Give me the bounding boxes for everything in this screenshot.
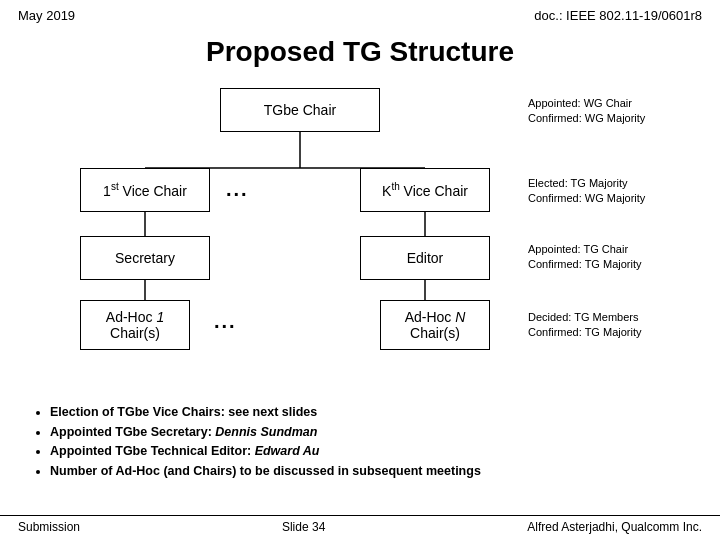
bullet-items: Election of TGbe Vice Chairs: see next s… xyxy=(30,404,690,480)
annot-adhoc-line1: Decided: TG Members xyxy=(528,310,698,325)
adhoc1-label: Ad-Hoc 1Chair(s) xyxy=(106,309,164,341)
header-date: May 2019 xyxy=(18,8,75,23)
annot-tgbe-line1: Appointed: WG Chair xyxy=(528,96,698,111)
bullet-3: Appointed TGbe Technical Editor: Edward … xyxy=(50,443,690,461)
bullet-2: Appointed TGbe Secretary: Dennis Sundman xyxy=(50,424,690,442)
bullet-list: Election of TGbe Vice Chairs: see next s… xyxy=(30,404,690,482)
adhoc-dots: ... xyxy=(214,310,237,333)
vice-dots: ... xyxy=(226,178,249,201)
annot-secretary: Appointed: TG Chair Confirmed: TG Majori… xyxy=(528,242,698,273)
vice1-box: 1st Vice Chair xyxy=(80,168,210,212)
adhocn-label: Ad-Hoc NChair(s) xyxy=(405,309,466,341)
editor-box: Editor xyxy=(360,236,490,280)
page-title: Proposed TG Structure xyxy=(0,32,720,68)
adhoc1-box: Ad-Hoc 1Chair(s) xyxy=(80,300,190,350)
annot-secretary-line1: Appointed: TG Chair xyxy=(528,242,698,257)
diagram-area: TGbe Chair Appointed: WG Chair Confirmed… xyxy=(20,78,700,358)
editor-label: Editor xyxy=(407,250,444,266)
footer-center: Slide 34 xyxy=(282,520,325,534)
vicek-box: Kth Vice Chair xyxy=(360,168,490,212)
footer: Submission Slide 34 Alfred Asterjadhi, Q… xyxy=(0,515,720,534)
annot-tgbe: Appointed: WG Chair Confirmed: WG Majori… xyxy=(528,96,698,127)
secretary-label: Secretary xyxy=(115,250,175,266)
annot-tgbe-line2: Confirmed: WG Majority xyxy=(528,111,698,126)
header-doc: doc.: IEEE 802.11-19/0601r8 xyxy=(534,8,702,23)
vicek-label: Kth Vice Chair xyxy=(382,181,468,199)
annot-vice-line1: Elected: TG Majority xyxy=(528,176,698,191)
annot-secretary-line2: Confirmed: TG Majority xyxy=(528,257,698,272)
footer-right: Alfred Asterjadhi, Qualcomm Inc. xyxy=(527,520,702,534)
bullet-1: Election of TGbe Vice Chairs: see next s… xyxy=(50,404,690,422)
annot-vice: Elected: TG Majority Confirmed: WG Major… xyxy=(528,176,698,207)
tgbe-chair-label: TGbe Chair xyxy=(264,102,336,118)
tgbe-chair-box: TGbe Chair xyxy=(220,88,380,132)
annot-adhoc: Decided: TG Members Confirmed: TG Majori… xyxy=(528,310,698,341)
secretary-box: Secretary xyxy=(80,236,210,280)
annot-vice-line2: Confirmed: WG Majority xyxy=(528,191,698,206)
vice1-label: 1st Vice Chair xyxy=(103,181,187,199)
bullet-4: Number of Ad-Hoc (and Chairs) to be disc… xyxy=(50,463,690,481)
adhocn-box: Ad-Hoc NChair(s) xyxy=(380,300,490,350)
footer-left: Submission xyxy=(18,520,80,534)
annot-adhoc-line2: Confirmed: TG Majority xyxy=(528,325,698,340)
